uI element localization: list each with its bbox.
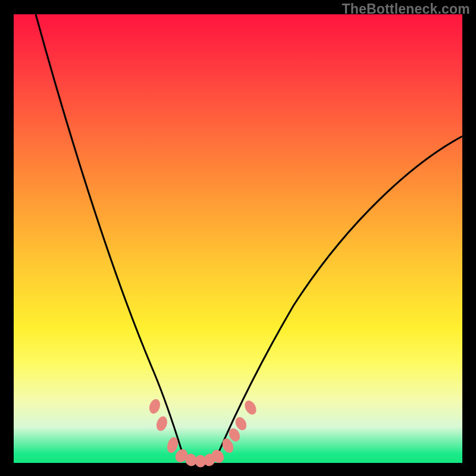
marker-group (148, 398, 258, 467)
marker-bead (243, 399, 258, 416)
gradient-plot-area (14, 14, 462, 463)
bottleneck-curve (14, 14, 462, 463)
marker-bead (155, 415, 169, 432)
curve-left-branch (36, 14, 183, 456)
marker-bead (148, 398, 162, 415)
